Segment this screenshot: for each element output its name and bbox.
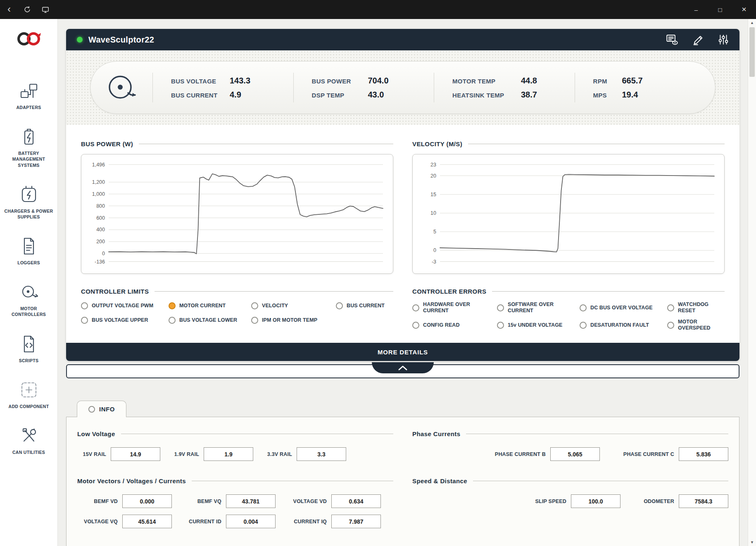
info-panel: Low Voltage 15V RAIL 1.9V RAIL 3.3V RAIL… — [66, 417, 739, 546]
device-title: WaveSculptor22 — [88, 35, 154, 45]
voltage-vq-input[interactable] — [122, 515, 172, 528]
scrollbar-thumb[interactable] — [749, 27, 755, 77]
tune-button[interactable] — [718, 34, 729, 45]
collapse-region — [66, 364, 739, 379]
field-phase-current-c: PHASE CURRENT C — [616, 447, 728, 461]
divider — [473, 481, 728, 481]
slip-speed-input[interactable] — [571, 494, 620, 508]
edit-icon — [692, 34, 704, 45]
sidebar-item-label: ADAPTERS — [16, 104, 41, 110]
radio-icon — [169, 317, 176, 324]
field-label: VOLTAGE VQ — [77, 519, 118, 525]
stat-label: MPS — [593, 92, 616, 99]
sidebar-item-loggers[interactable]: LOGGERS — [3, 236, 55, 266]
error-option-software-over-current[interactable]: SOFTWARE OVER CURRENT — [497, 301, 580, 314]
svg-text:-136: -136 — [95, 259, 105, 264]
bemf-vq-input[interactable] — [226, 494, 276, 508]
scroll-down-arrow[interactable]: ▼ — [750, 539, 754, 546]
sidebar-item-battery-management-systems[interactable]: BATTERY MANAGEMENT SYSTEMS — [3, 127, 55, 168]
option-label: VELOCITY — [262, 303, 288, 309]
stat-value: 4.9 — [230, 90, 241, 100]
sidebar-item-label: CAN UTILITIES — [12, 449, 45, 455]
tune-icon — [718, 34, 729, 45]
tab-info[interactable]: INFO — [77, 401, 126, 417]
option-label: DESATURATION FAULT — [590, 322, 649, 328]
sidebar-item-motor-controllers[interactable]: MOTOR CONTROLLERS — [3, 282, 55, 317]
divider — [468, 144, 725, 144]
voltage-vd-input[interactable] — [331, 494, 381, 508]
adapters-icon — [19, 81, 39, 101]
stat-label: BUS VOLTAGE — [171, 78, 224, 85]
limit-option-output-voltage-pwm[interactable]: OUTPUT VOLTAGE PWM — [81, 302, 169, 309]
stat-value: 19.4 — [622, 90, 638, 100]
logo-icon — [15, 30, 43, 48]
error-option-motor-overspeed[interactable]: MOTOR OVERSPEED — [667, 319, 725, 331]
option-label: OUTPUT VOLTAGE PWM — [92, 303, 153, 309]
telemetry-strip: BUS VOLTAGE143.3 BUS CURRENT4.9 BUS POWE… — [66, 50, 739, 125]
15v-rail-input[interactable] — [111, 447, 160, 461]
odometer-input[interactable] — [679, 494, 728, 508]
add-component-icon — [19, 380, 39, 400]
minimize-button[interactable]: – — [684, 0, 708, 19]
sidebar-item-can-utilities[interactable]: CAN UTILITIES — [3, 426, 55, 455]
svg-text:800: 800 — [96, 203, 105, 209]
option-label: BUS CURRENT — [347, 303, 385, 309]
velocity-chart-block: VELOCITY (M/S) 2320151050-3 — [412, 140, 725, 274]
phase-current-c-input[interactable] — [679, 447, 728, 461]
sidebar-item-label: BATTERY MANAGEMENT SYSTEMS — [3, 150, 55, 168]
stat-value: 143.3 — [230, 76, 250, 85]
back-button[interactable]: ‹ — [0, 0, 18, 19]
field-label: 3.3V RAIL — [263, 451, 292, 457]
field-label: ODOMETER — [637, 499, 674, 504]
edit-button[interactable] — [692, 34, 704, 45]
current-id-input[interactable] — [226, 515, 276, 528]
1-9v-rail-input[interactable] — [204, 447, 253, 461]
scroll-up-arrow[interactable]: ▲ — [750, 19, 754, 26]
sidebar-item-chargers-power-supplies[interactable]: CHARGERS & POWER SUPPLIES — [3, 185, 55, 220]
svg-text:0: 0 — [433, 247, 436, 253]
bemf-vd-input[interactable] — [122, 494, 172, 508]
svg-text:23: 23 — [430, 161, 436, 167]
limit-option-bus-current[interactable]: BUS CURRENT — [336, 302, 393, 309]
error-option-hardware-over-current[interactable]: HARDWARE OVER CURRENT — [412, 301, 497, 314]
close-button[interactable]: ✕ — [732, 0, 756, 19]
title-bar: ‹ – □ ✕ — [0, 0, 756, 19]
maximize-button[interactable]: □ — [708, 0, 732, 19]
present-button[interactable] — [36, 0, 55, 19]
group-title: Speed & Distance — [412, 477, 467, 484]
error-option-dc-bus-over-voltage[interactable]: DC BUS OVER VOLTAGE — [580, 301, 667, 314]
gauge-icon — [105, 71, 138, 104]
collapse-handle[interactable] — [372, 362, 434, 373]
error-option-config-read[interactable]: CONFIG READ — [412, 319, 497, 331]
current-iq-input[interactable] — [331, 515, 381, 528]
error-option-watchdog-reset[interactable]: WATCHDOG RESET — [667, 301, 725, 314]
limit-option-bus-voltage-upper[interactable]: BUS VOLTAGE UPPER — [81, 317, 169, 324]
sidebar-item-scripts[interactable]: SCRIPTS — [3, 334, 55, 363]
limit-option-bus-voltage-lower[interactable]: BUS VOLTAGE LOWER — [169, 317, 251, 324]
error-option-desaturation-fault[interactable]: DESATURATION FAULT — [580, 319, 667, 331]
3-3v-rail-input[interactable] — [297, 447, 346, 461]
limit-option-ipm-or-motor-temp[interactable]: IPM OR MOTOR TEMP — [251, 317, 336, 324]
radio-icon — [667, 304, 674, 311]
more-details-bar[interactable]: MORE DETAILS — [66, 343, 739, 361]
sidebar-item-adapters[interactable]: ADAPTERS — [3, 81, 55, 110]
device-card: WaveSculptor22 — [66, 29, 739, 361]
section-title: CONTROLLER LIMITS — [81, 288, 149, 295]
stat-label: BUS POWER — [312, 78, 362, 85]
stat-label: RPM — [593, 78, 616, 85]
telemetry-pill: BUS VOLTAGE143.3 BUS CURRENT4.9 BUS POWE… — [90, 61, 716, 114]
limit-option-velocity[interactable]: VELOCITY — [251, 302, 336, 309]
sidebar-item-add-component[interactable]: ADD COMPONENT — [3, 380, 55, 409]
field-label: PHASE CURRENT B — [488, 451, 546, 457]
limit-option-motor-current[interactable]: MOTOR CURRENT — [169, 302, 251, 309]
error-option-15v-under-voltage[interactable]: 15v UNDER VOLTAGE — [497, 319, 580, 331]
view-data-button[interactable] — [666, 34, 678, 45]
svg-text:15: 15 — [430, 192, 436, 197]
svg-text:1,496: 1,496 — [92, 161, 105, 167]
motor-vectors-group: Motor Vectors / Voltages / Currents BEMF… — [77, 477, 393, 528]
option-label: CONFIG READ — [423, 322, 460, 328]
refresh-button[interactable] — [18, 0, 36, 19]
phase-current-b-input[interactable] — [550, 447, 600, 461]
section-title: CONTROLLER ERRORS — [412, 288, 486, 295]
radio-icon — [88, 406, 95, 413]
